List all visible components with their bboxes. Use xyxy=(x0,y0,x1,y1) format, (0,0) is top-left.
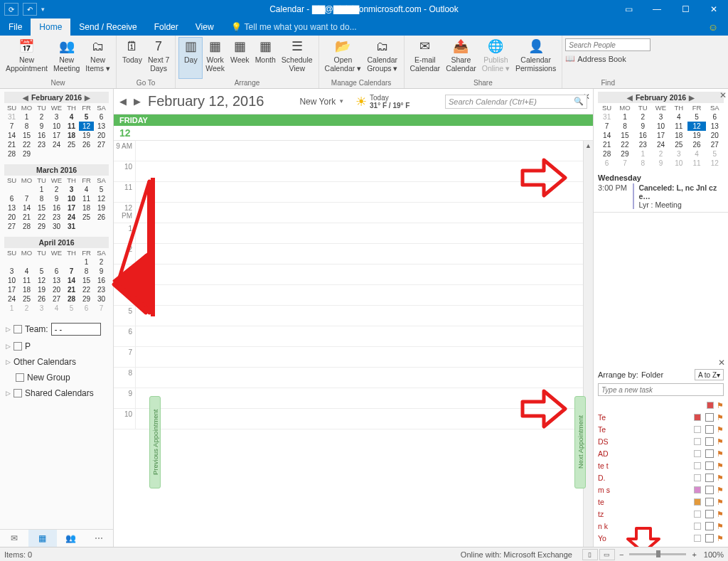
calendar-day[interactable]: 12 xyxy=(687,122,705,131)
zoom-in-button[interactable]: + xyxy=(689,550,699,559)
tell-me-search[interactable]: 💡 Tell me what you want to do... xyxy=(223,18,365,36)
calendar-day[interactable]: 31 xyxy=(64,222,79,231)
calendar-day[interactable]: 24 xyxy=(4,294,19,304)
previous-appointment-tab[interactable]: Previous Appointment xyxy=(149,396,161,488)
calendar-day[interactable]: 30 xyxy=(94,294,109,304)
calendar-day[interactable]: 11 xyxy=(19,276,34,285)
month-title[interactable]: February 2016 xyxy=(636,93,686,102)
calendar-day[interactable]: 17 xyxy=(4,285,19,294)
calendar-day[interactable] xyxy=(49,149,64,159)
calendar-day[interactable]: 18 xyxy=(64,131,79,140)
calendar-day[interactable]: 2 xyxy=(634,112,652,122)
calendar-day[interactable]: 30 xyxy=(49,222,64,231)
time-slot[interactable] xyxy=(135,244,593,264)
category-icon[interactable] xyxy=(694,438,701,445)
calendar-day[interactable]: 21 xyxy=(598,140,616,149)
calendar-day[interactable]: 24 xyxy=(652,140,670,149)
calendar-day[interactable]: 13 xyxy=(4,203,19,213)
time-slot[interactable] xyxy=(135,326,593,346)
search-people-input[interactable] xyxy=(565,38,651,51)
qat-undo-icon[interactable]: ↶ xyxy=(23,3,37,16)
task-item[interactable]: te ⚑ xyxy=(598,496,724,508)
flag-icon[interactable]: ⚑ xyxy=(717,401,724,410)
task-checkbox[interactable] xyxy=(705,522,714,530)
calendar-day[interactable] xyxy=(34,257,49,267)
task-checkbox[interactable] xyxy=(705,474,714,482)
zoom-out-button[interactable]: − xyxy=(616,550,626,559)
calendar-day[interactable]: 1 xyxy=(19,112,34,122)
tab-home[interactable]: Home xyxy=(31,18,70,36)
calendar-day[interactable]: 23 xyxy=(49,213,64,222)
calendar-day[interactable]: 23 xyxy=(34,140,49,149)
calendar-day[interactable]: 4 xyxy=(687,149,705,159)
time-slot[interactable] xyxy=(135,409,593,429)
calendar-day[interactable]: 8 xyxy=(634,159,652,168)
close-button[interactable]: ✕ xyxy=(700,0,728,18)
calendar-day[interactable]: 6 xyxy=(94,112,109,122)
calendar-day[interactable]: 22 xyxy=(79,285,94,294)
calendar-day[interactable]: 3 xyxy=(4,267,19,276)
calendar-day[interactable]: 17 xyxy=(64,203,79,213)
calendar-day[interactable]: 6 xyxy=(4,194,19,203)
calendar-day[interactable]: 8 xyxy=(616,122,633,131)
calendar-day[interactable]: 16 xyxy=(634,131,652,140)
tab-folder[interactable]: Folder xyxy=(146,18,187,36)
calendar-day[interactable]: 2 xyxy=(34,112,49,122)
calendar-day[interactable]: 28 xyxy=(598,149,616,159)
day-number[interactable]: 12 xyxy=(114,126,593,140)
category-icon[interactable] xyxy=(694,486,701,493)
flag-icon[interactable]: ⚑ xyxy=(717,522,724,530)
calendar-day[interactable]: 20 xyxy=(4,213,19,222)
month-title[interactable]: April 2016 xyxy=(38,238,74,247)
nav-more-button[interactable]: ⋯ xyxy=(85,530,113,547)
calendar-day[interactable]: 25 xyxy=(64,140,79,149)
category-icon[interactable] xyxy=(694,511,701,518)
calendar-day[interactable]: 11 xyxy=(79,194,94,203)
calendar-day[interactable]: 28 xyxy=(64,294,79,304)
time-slot[interactable] xyxy=(135,265,593,284)
flag-icon[interactable]: ⚑ xyxy=(717,437,724,446)
next-day-button[interactable]: ▶ xyxy=(134,96,141,107)
calendar-day[interactable]: 13 xyxy=(94,122,109,131)
calendar-day[interactable]: 7 xyxy=(4,122,19,131)
calendar-day[interactable]: 31 xyxy=(598,112,616,122)
calendar-day[interactable]: 14 xyxy=(598,131,616,140)
day-view-button[interactable]: ▥Day xyxy=(178,37,203,79)
calendar-day[interactable]: 28 xyxy=(4,149,19,159)
category-icon[interactable] xyxy=(694,414,701,421)
ribbon-display-icon[interactable]: ▭ xyxy=(614,0,643,18)
time-slot[interactable] xyxy=(135,347,593,367)
week-view-button[interactable]: ▦Week xyxy=(228,37,252,79)
calendar-day[interactable]: 27 xyxy=(94,140,109,149)
new-group-row[interactable]: New Group xyxy=(6,370,107,385)
category-icon[interactable] xyxy=(694,474,701,481)
task-item[interactable]: Te ⚑ xyxy=(598,423,724,435)
calendar-day[interactable] xyxy=(49,257,64,267)
flag-icon[interactable]: ⚑ xyxy=(717,413,724,422)
month-title[interactable]: February 2016 xyxy=(31,93,82,102)
calendar-day[interactable] xyxy=(79,149,94,159)
nav-calendar-button[interactable]: ▦ xyxy=(28,530,57,547)
calendar-day[interactable]: 29 xyxy=(34,222,49,231)
flag-icon[interactable]: ⚑ xyxy=(717,449,724,458)
calendar-day[interactable]: 23 xyxy=(634,140,652,149)
task-checkbox[interactable] xyxy=(705,498,714,506)
email-calendar-button[interactable]: ✉E-mail Calendar xyxy=(407,37,444,79)
calendar-day[interactable] xyxy=(19,257,34,267)
open-calendar-button[interactable]: 📂Open Calendar ▾ xyxy=(322,37,365,79)
checkbox[interactable] xyxy=(14,325,22,333)
tab-file[interactable]: File xyxy=(0,18,31,36)
calendar-day[interactable]: 8 xyxy=(19,122,34,131)
prev-month-button[interactable]: ◀ xyxy=(23,94,28,102)
arrange-by-folder[interactable]: Folder xyxy=(641,370,663,379)
calendar-day[interactable]: 20 xyxy=(49,285,64,294)
calendar-day[interactable]: 15 xyxy=(616,131,633,140)
calendar-day[interactable] xyxy=(64,257,79,267)
calendar-day[interactable] xyxy=(4,185,19,194)
task-item[interactable]: Te ⚑ xyxy=(598,411,724,423)
task-item[interactable]: DS ⚑ xyxy=(598,435,724,447)
flag-icon[interactable]: ⚑ xyxy=(717,486,724,494)
calendar-day[interactable] xyxy=(64,149,79,159)
time-slot[interactable] xyxy=(135,388,593,408)
sort-order[interactable]: A to Z ▾ xyxy=(695,369,724,380)
